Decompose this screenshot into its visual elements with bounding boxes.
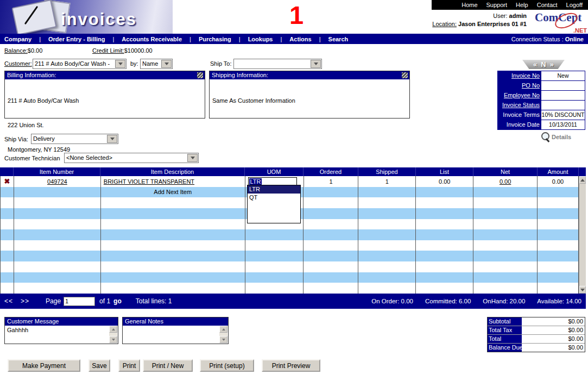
- scroll-down-icon[interactable]: [579, 286, 586, 294]
- item-number-link[interactable]: 049724: [47, 178, 67, 185]
- scroll-down-icon[interactable]: [109, 336, 117, 343]
- page-go-button[interactable]: go: [113, 297, 122, 305]
- invoice-status-value: [541, 101, 585, 110]
- po-no-value[interactable]: [541, 81, 585, 90]
- add-next-item-link[interactable]: Add Next Item: [154, 189, 192, 195]
- scroll-up-icon[interactable]: [579, 176, 586, 184]
- details-button[interactable]: Details: [540, 131, 571, 143]
- record-current: N: [541, 60, 546, 68]
- po-no-link[interactable]: PO No: [522, 82, 540, 89]
- location-value: Jason Enterprises 01 #1: [458, 21, 527, 27]
- customer-message-input[interactable]: Gahhhh: [5, 326, 109, 343]
- table-row: [1, 261, 579, 272]
- ship-via-select[interactable]: Delivery: [31, 134, 118, 144]
- billing-line: 222 Union St.: [8, 121, 202, 129]
- page-number-input[interactable]: [64, 297, 95, 306]
- items-table-header: Item Number Item Description UOM Ordered…: [0, 167, 586, 176]
- employee-no-link[interactable]: Employee No: [504, 92, 540, 98]
- invoice-no-link[interactable]: Invoice No: [511, 72, 540, 79]
- scroll-up-icon[interactable]: [109, 326, 117, 333]
- resize-stripes-icon[interactable]: [197, 72, 203, 78]
- general-notes-input[interactable]: [123, 326, 219, 343]
- committed-value: Committed: 6.00: [425, 298, 471, 304]
- connection-status-value: Online: [565, 36, 584, 42]
- user-label: User:: [493, 13, 507, 19]
- general-notes-scrollbar[interactable]: [219, 326, 227, 343]
- col-item-description: Item Description: [100, 167, 245, 176]
- make-payment-button[interactable]: Make Payment: [8, 359, 80, 372]
- chevron-down-icon[interactable]: [187, 154, 198, 162]
- record-next-button[interactable]: »: [550, 60, 554, 68]
- menu-logoff[interactable]: Logoff: [566, 2, 583, 8]
- shipped-value[interactable]: 1: [385, 178, 389, 185]
- delete-row-icon[interactable]: ✖: [4, 177, 10, 185]
- save-button[interactable]: Save: [88, 359, 110, 372]
- chevron-down-icon[interactable]: [115, 60, 125, 68]
- col-amount: Amount: [538, 167, 579, 176]
- items-table-scrollbar[interactable]: [579, 176, 586, 294]
- nav-company[interactable]: Company: [4, 36, 31, 42]
- balance-value: $0.00: [28, 47, 43, 54]
- resize-stripes-icon[interactable]: [402, 72, 408, 78]
- balance-due-row: Balance Due $0.00: [488, 344, 585, 352]
- scroll-up-icon[interactable]: [219, 326, 227, 333]
- uom-option-ltr[interactable]: LTR: [248, 185, 300, 194]
- uom-option-qt[interactable]: QT: [248, 194, 300, 202]
- ship-to-select[interactable]: [233, 59, 322, 69]
- record-prev-button[interactable]: «: [533, 60, 537, 68]
- menu-home[interactable]: Home: [461, 2, 477, 8]
- menu-contact[interactable]: Contact: [537, 2, 558, 8]
- nav-order-entry-billing[interactable]: Order Entry - Billing: [31, 36, 105, 42]
- nav-actions[interactable]: Actions: [273, 36, 311, 42]
- print-setup-button[interactable]: Print (setup): [200, 359, 254, 372]
- balance-label[interactable]: Balance:: [4, 47, 28, 54]
- billing-info-box: Billing Information: 211 # Auto Body/Car…: [4, 71, 205, 119]
- credit-limit-value: $10000.00: [124, 47, 153, 54]
- print-preview-button[interactable]: Print Preview: [262, 359, 320, 372]
- customer-select[interactable]: 211 # Auto Body/Car Wash -: [33, 59, 127, 69]
- print-button[interactable]: Print: [118, 359, 140, 372]
- total-value: $0.00: [522, 335, 585, 343]
- employee-no-value[interactable]: [541, 91, 585, 100]
- general-notes-header: General Notes: [123, 317, 228, 326]
- app-logo-text: invoices: [61, 10, 137, 29]
- total-tax-row: Total Tax $0.00: [488, 326, 585, 335]
- item-description-link[interactable]: BRIGHT VIOLET TRANSPARENT: [104, 178, 194, 185]
- menu-support[interactable]: Support: [486, 2, 508, 8]
- table-row: [1, 251, 579, 261]
- customer-message-scrollbar[interactable]: [109, 326, 117, 343]
- customer-select-value: 211 # Auto Body/Car Wash -: [35, 60, 116, 67]
- total-label: Total: [488, 335, 522, 343]
- invoice-date-row: Invoice Date 10/13/2011: [498, 120, 585, 129]
- subtotal-value: $0.00: [522, 317, 585, 326]
- menu-help[interactable]: Help: [516, 2, 528, 8]
- invoice-status-link[interactable]: Invoice Status: [502, 102, 540, 108]
- chevron-down-icon[interactable]: [161, 60, 172, 68]
- customer-technician-select[interactable]: <None Selected>: [64, 153, 199, 163]
- credit-limit-label[interactable]: Credit Limit:: [92, 47, 124, 54]
- invoice-date-value[interactable]: 10/13/2011: [541, 120, 585, 129]
- invoice-app-window: invoices 1 Home Support Help Contact Log…: [0, 0, 588, 374]
- by-label: by:: [130, 60, 138, 67]
- col-shipped: Shipped: [358, 167, 416, 176]
- scroll-down-icon[interactable]: [219, 336, 227, 343]
- sort-by-select[interactable]: Name: [140, 59, 173, 69]
- page-next-button[interactable]: >>: [21, 297, 29, 305]
- user-value: admin: [509, 13, 527, 19]
- print-new-button[interactable]: Print / New: [143, 359, 193, 372]
- customer-label[interactable]: Customer:: [4, 60, 32, 67]
- invoice-no-row: Invoice No New: [498, 71, 585, 81]
- nav-search[interactable]: Search: [312, 36, 349, 42]
- col-uom: UOM: [245, 167, 304, 176]
- table-row: [1, 272, 579, 283]
- ordered-value[interactable]: 1: [329, 178, 332, 185]
- chevron-down-icon[interactable]: [311, 60, 321, 68]
- page-prev-button[interactable]: <<: [4, 297, 13, 305]
- chevron-down-icon[interactable]: [107, 135, 117, 143]
- nav-accounts-receivable[interactable]: Accounts Receivable: [105, 36, 182, 42]
- location-link[interactable]: Location:: [432, 21, 457, 27]
- nav-purchasing[interactable]: Purchasing: [182, 36, 231, 42]
- ship-via-select-value: Delivery: [33, 135, 108, 142]
- nav-lookups[interactable]: Lookups: [231, 36, 273, 42]
- net-link[interactable]: 0.00: [500, 178, 511, 185]
